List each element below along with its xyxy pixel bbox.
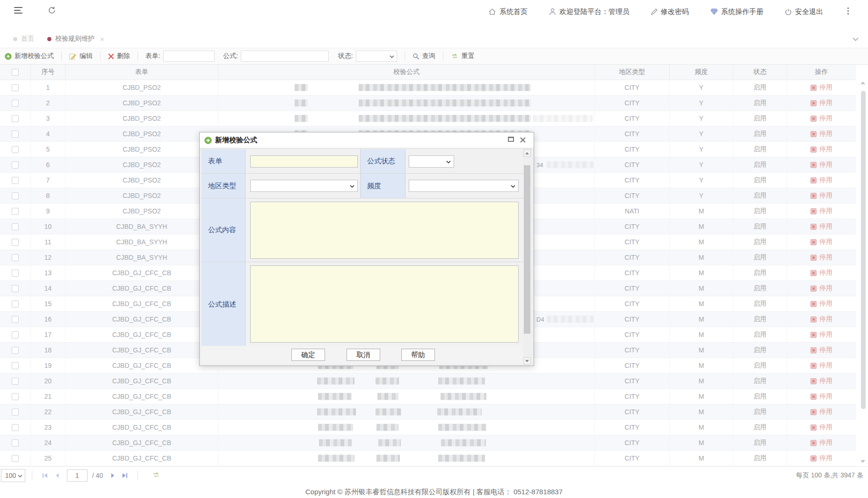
reset-button[interactable]: 重置 — [451, 52, 475, 60]
row-disable-action[interactable]: 停用 — [787, 173, 856, 188]
row-checkbox[interactable] — [12, 424, 19, 431]
row-disable-action[interactable]: 停用 — [787, 219, 856, 234]
table-scrollbar[interactable] — [861, 70, 867, 466]
maximize-icon[interactable] — [508, 137, 514, 143]
refresh-icon[interactable] — [48, 6, 56, 16]
edit-button[interactable]: 编辑 — [69, 52, 93, 60]
page-size-select[interactable]: 100 — [1, 469, 25, 482]
row-disable-action[interactable]: 停用 — [787, 126, 856, 141]
add-formula-button[interactable]: 新增校验公式 — [5, 52, 54, 60]
scroll-down-icon[interactable] — [861, 460, 865, 463]
row-disable-action[interactable]: 停用 — [787, 157, 856, 172]
tab-home[interactable]: 首页 — [7, 32, 41, 46]
row-checkbox[interactable] — [12, 208, 19, 215]
row-checkbox[interactable] — [12, 409, 19, 416]
row-disable-action[interactable]: 停用 — [787, 343, 856, 358]
row-disable-action[interactable]: 停用 — [787, 265, 856, 280]
row-checkbox[interactable] — [12, 285, 19, 292]
row-disable-action[interactable]: 停用 — [787, 95, 856, 110]
row-checkbox[interactable] — [12, 455, 19, 462]
row-checkbox[interactable] — [12, 347, 19, 354]
scroll-up-icon[interactable] — [861, 81, 865, 84]
formula-desc-textarea[interactable] — [250, 265, 519, 343]
last-page-button[interactable] — [119, 469, 131, 482]
row-checkbox[interactable] — [12, 223, 19, 230]
row-checkbox[interactable] — [12, 362, 19, 369]
delete-button[interactable]: 删除 — [108, 52, 130, 60]
cancel-button[interactable]: 取消 — [347, 349, 380, 361]
row-checkbox[interactable] — [12, 270, 19, 277]
row-checkbox[interactable] — [12, 378, 19, 385]
row-checkbox[interactable] — [12, 177, 19, 184]
reload-table-button[interactable] — [152, 472, 160, 479]
row-checkbox[interactable] — [12, 439, 19, 447]
scroll-up-icon[interactable] — [523, 149, 531, 157]
next-page-button[interactable] — [107, 469, 119, 482]
row-disable-action[interactable]: 停用 — [787, 327, 856, 342]
form-filter-input[interactable] — [163, 51, 215, 62]
first-page-button[interactable] — [39, 469, 51, 482]
row-checkbox[interactable] — [12, 192, 19, 199]
menu-icon[interactable] — [14, 7, 23, 15]
region-type-select[interactable] — [250, 180, 358, 192]
nav-welcome-admin[interactable]: 欢迎登陆平台：管理员 — [549, 7, 629, 16]
row-disable-action[interactable]: 停用 — [787, 312, 856, 327]
page-number-input[interactable] — [67, 469, 87, 482]
search-button[interactable]: 查询 — [412, 52, 435, 60]
row-checkbox[interactable] — [12, 300, 19, 308]
row-disable-action[interactable]: 停用 — [787, 250, 856, 265]
frequency-select[interactable] — [409, 180, 519, 192]
form-input[interactable] — [250, 155, 358, 168]
row-disable-action[interactable]: 停用 — [787, 358, 856, 373]
row-disable-action[interactable]: 停用 — [787, 296, 856, 311]
scroll-down-icon[interactable] — [523, 357, 531, 365]
close-icon[interactable] — [520, 137, 526, 143]
row-disable-action[interactable]: 停用 — [787, 374, 856, 388]
row-checkbox[interactable] — [12, 100, 19, 107]
row-checkbox[interactable] — [12, 84, 19, 91]
row-disable-action[interactable]: 停用 — [787, 451, 856, 466]
row-checkbox[interactable] — [12, 316, 19, 323]
ok-button[interactable]: 确定 — [291, 349, 325, 361]
row-disable-action[interactable]: 停用 — [787, 234, 856, 249]
row-checkbox[interactable] — [12, 254, 19, 261]
row-checkbox[interactable] — [12, 161, 19, 168]
row-checkbox[interactable] — [12, 331, 19, 338]
dialog-title-bar[interactable]: 新增校验公式 — [200, 132, 534, 148]
tab-close-icon[interactable]: × — [100, 35, 104, 43]
row-disable-action[interactable]: 停用 — [787, 404, 856, 419]
tab-validation-rules[interactable]: 校验规则维护 × — [41, 32, 111, 46]
row-checkbox[interactable] — [12, 131, 19, 138]
prev-page-button[interactable] — [51, 469, 63, 482]
row-disable-action[interactable]: 停用 — [787, 188, 856, 203]
nav-system-home[interactable]: 系统首页 — [488, 7, 528, 16]
row-disable-action[interactable]: 停用 — [787, 111, 856, 126]
row-disable-action[interactable]: 停用 — [787, 80, 856, 95]
formula-content-textarea[interactable] — [250, 202, 519, 259]
tab-list-chevron-icon[interactable] — [853, 35, 859, 43]
help-button[interactable]: 帮助 — [401, 349, 435, 361]
scrollbar-thumb[interactable] — [524, 165, 530, 334]
row-form: CJBD_BA_SYYH — [65, 250, 218, 265]
row-checkbox[interactable] — [12, 393, 19, 400]
form-field-label: 表单 — [202, 149, 246, 173]
row-disable-action[interactable]: 停用 — [787, 420, 856, 435]
row-disable-action[interactable]: 停用 — [787, 281, 856, 296]
row-disable-action[interactable]: 停用 — [787, 142, 856, 157]
row-disable-action[interactable]: 停用 — [787, 435, 856, 450]
row-checkbox[interactable] — [12, 146, 19, 153]
more-options-icon[interactable] — [846, 6, 849, 16]
status-filter-select[interactable] — [356, 51, 397, 62]
row-disable-action[interactable]: 停用 — [787, 389, 856, 404]
nav-operation-manual[interactable]: 系统操作手册 — [710, 7, 763, 16]
dialog-scrollbar[interactable] — [523, 149, 531, 365]
nav-safe-logout[interactable]: 安全退出 — [785, 7, 823, 16]
formula-status-select[interactable] — [409, 155, 454, 168]
select-all-checkbox[interactable] — [12, 69, 19, 76]
row-checkbox[interactable] — [12, 239, 19, 246]
formula-filter-input[interactable] — [241, 51, 329, 62]
row-checkbox[interactable] — [12, 115, 19, 122]
scrollbar-thumb[interactable] — [861, 91, 866, 409]
row-disable-action[interactable]: 停用 — [787, 204, 856, 219]
nav-change-password[interactable]: 修改密码 — [651, 7, 689, 16]
